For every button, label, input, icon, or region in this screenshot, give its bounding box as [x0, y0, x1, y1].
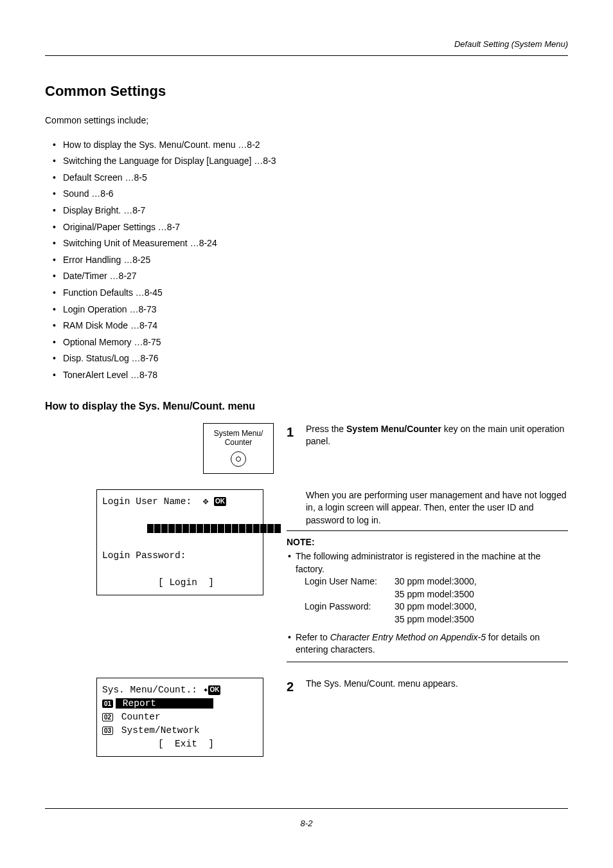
cred-value: 35 ppm model:3500 [395, 613, 474, 626]
toc-item: Default Screen …8-5 [50, 172, 568, 185]
toc-item: Switching Unit of Measurement …8-24 [50, 237, 568, 250]
lcd-exit-softkey: [ Exit ] [102, 737, 258, 751]
menu-index-badge: 03 [102, 727, 113, 735]
menu-index-badge: 01 [102, 700, 113, 708]
cred-label [305, 613, 395, 626]
step1-prefix: Press the [306, 424, 346, 434]
section-heading: How to display the Sys. Menu/Count. menu [45, 399, 568, 413]
toc-item: Error Handling …8-25 [50, 254, 568, 267]
lcd-line: Login User Name: ✥ OK [102, 495, 258, 509]
lcd-line-blank [102, 563, 258, 576]
menu-label: Counter [116, 712, 161, 722]
system-menu-counter-key-graphic: System Menu/ Counter [203, 423, 274, 474]
note-list: The following administrator is registere… [287, 550, 568, 656]
cred-label: Login User Name: [305, 575, 395, 588]
cred-label: Login Password: [305, 601, 395, 613]
note-heading: NOTE: [287, 536, 568, 549]
cred-label [305, 588, 395, 601]
toc-item: Switching the Language for Display [Lang… [50, 155, 568, 168]
lcd-login-screen: Login User Name: ✥ OK Login Password: [ … [96, 489, 263, 595]
toc-item: Function Defaults …8-45 [50, 287, 568, 300]
cred-value: 30 ppm model:3000, [395, 601, 477, 613]
note-item: The following administrator is registere… [287, 550, 568, 626]
note-item1-text: The following administrator is registere… [296, 551, 540, 574]
lcd-sysmenu-screen: Sys. Menu/Count.: ✦OK 01 Report 02 Count… [96, 678, 263, 757]
lcd-text: Login User Name: [102, 496, 191, 507]
toc-item: Disp. Status/Log …8-76 [50, 352, 568, 365]
ok-icon: OK [208, 685, 220, 695]
cred-value: 30 ppm model:3000, [395, 575, 477, 588]
step1-bold: System Menu/Counter [346, 424, 441, 434]
note-item2-italic: Character Entry Method on Appendix-5 [330, 632, 486, 642]
toc-item: Optional Memory …8-75 [50, 336, 568, 349]
ok-icon: OK [214, 497, 226, 507]
lcd-login-softkey: [ Login ] [102, 576, 258, 590]
toc-item: Sound …8-6 [50, 188, 568, 201]
step-number: 1 [287, 423, 297, 441]
page-number: 8-2 [45, 818, 568, 829]
login-explanation: When you are performing user management … [306, 489, 568, 527]
lcd-title-line: Sys. Menu/Count.: ✦OK [102, 683, 258, 697]
note-credentials-table: Login User Name:30 ppm model:3000, 35 pp… [305, 575, 568, 626]
toc-list: How to display the Sys. Menu/Count. menu… [50, 139, 568, 382]
lcd-menu-item: 02 Counter [102, 710, 258, 724]
step-1-text: Press the System Menu/Counter key on the… [306, 423, 568, 448]
step-number: 2 [287, 678, 297, 696]
note-item: Refer to Character Entry Method on Appen… [287, 631, 568, 656]
lcd-menu-item-selected: 01 Report [102, 697, 258, 710]
toc-item: Date/Timer …8-27 [50, 270, 568, 283]
nav-diamond-icon: ✦ [203, 683, 209, 697]
toc-item: Login Operation …8-73 [50, 303, 568, 316]
toc-item: Original/Paper Settings …8-7 [50, 221, 568, 234]
note-top-rule [287, 530, 568, 531]
menu-index-badge: 02 [102, 713, 113, 721]
intro-text: Common settings include; [45, 114, 568, 127]
key-label-line2: Counter [208, 438, 269, 447]
toc-item: How to display the Sys. Menu/Count. menu… [50, 139, 568, 152]
toc-item: RAM Disk Mode …8-74 [50, 320, 568, 332]
key-button-icon [231, 451, 246, 467]
note-item2-prefix: Refer to [296, 632, 330, 642]
lcd-line: Login Password: [102, 549, 258, 563]
footer-rule [45, 808, 568, 809]
lcd-menu-item: 03 System/Network [102, 724, 258, 737]
step-2-text: The Sys. Menu/Count. menu appears. [306, 678, 458, 691]
menu-label-selected: Report [116, 698, 213, 709]
note-bottom-rule [287, 662, 568, 662]
menu-label: System/Network [116, 725, 200, 736]
page-title: Common Settings [45, 82, 568, 102]
nav-cursor-icon: ✥ [203, 495, 209, 509]
lcd-input-row [102, 509, 258, 549]
toc-item: TonerAlert Level …8-78 [50, 369, 568, 382]
running-header: Default Setting (System Menu) [45, 39, 568, 50]
lcd-text: Sys. Menu/Count.: [102, 685, 197, 695]
key-label-line1: System Menu/ [208, 429, 269, 438]
header-rule [45, 55, 568, 56]
toc-item: Display Bright. …8-7 [50, 204, 568, 217]
cred-value: 35 ppm model:3500 [395, 588, 474, 601]
